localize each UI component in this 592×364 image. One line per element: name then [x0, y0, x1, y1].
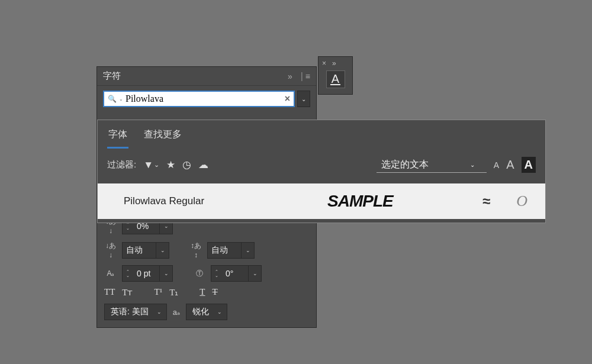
clear-search-icon[interactable]: × — [285, 94, 290, 104]
font-variant-indicator: O — [516, 192, 527, 210]
text-tool-icon: A — [330, 73, 340, 85]
chevron-down-icon: ⌄ — [470, 162, 475, 168]
tab-find-more[interactable]: 查找更多 — [143, 125, 183, 149]
baseline-pt-value[interactable]: 0 pt — [133, 269, 159, 278]
rotation-value[interactable]: 0° — [222, 269, 248, 278]
chevron-down-icon: ⌄ — [157, 309, 162, 315]
sample-size-large[interactable]: A — [522, 157, 536, 173]
tab-fonts[interactable]: 字体 — [107, 125, 128, 149]
search-filter-chevron-icon[interactable]: ⌄ — [119, 96, 123, 102]
sample-size-small[interactable]: A — [494, 160, 499, 170]
panel-header: 字符 » | ≡ — [97, 67, 316, 86]
font-search-input-wrapper[interactable]: 🔍 ⌄ × — [103, 91, 295, 107]
panel-collapse-icon[interactable]: » — [288, 72, 292, 81]
subscript-button[interactable]: T₁ — [169, 287, 178, 298]
kerning-stepper[interactable]: 自动 ⌄ — [122, 242, 169, 259]
sample-text-label: 选定的文本 — [381, 159, 429, 171]
rotation-stepper[interactable]: ⌃⌄ 0° ⌄ — [211, 265, 262, 282]
strikethrough-button[interactable]: T — [213, 287, 218, 298]
mini-panel: × » A — [318, 56, 353, 95]
text-tool-button[interactable]: A — [326, 70, 345, 88]
favorite-star-icon[interactable]: ★ — [166, 159, 175, 171]
sample-size-medium[interactable]: A — [506, 158, 514, 172]
font-result-name: Pilowlava Regular — [111, 195, 318, 207]
sample-text-select[interactable]: 选定的文本 ⌄ — [377, 157, 487, 173]
baseline-shift-icon: Aₐ — [104, 269, 117, 278]
allcaps-button[interactable]: TT — [104, 287, 115, 298]
rotation-icon: Ⓣ — [193, 269, 206, 279]
expand-icon[interactable]: » — [332, 59, 336, 67]
panel-title: 字符 — [103, 70, 288, 82]
filter-label: 过滤器: — [107, 159, 136, 170]
recent-clock-icon[interactable]: ◷ — [182, 159, 191, 171]
filter-funnel-icon[interactable]: ▼ — [143, 159, 159, 171]
font-dropdown-toggle[interactable]: ⌄ — [297, 91, 310, 107]
font-result-item[interactable]: Pilowlava Regular SAMPLE ≈ O — [98, 183, 545, 219]
font-search-input[interactable] — [126, 94, 282, 104]
search-icon: 🔍 — [108, 95, 117, 103]
smallcaps-button[interactable]: Tᴛ — [122, 287, 133, 298]
tracking-value[interactable]: 自动 — [208, 245, 241, 256]
font-similar-icon[interactable]: ≈ — [482, 193, 490, 210]
close-icon[interactable]: × — [322, 59, 326, 67]
language-select[interactable]: 英语: 美国 ⌄ — [104, 304, 167, 320]
cloud-sync-icon[interactable]: ☁ — [198, 159, 208, 171]
kerning-icon: ↓あ↓ — [104, 241, 117, 259]
baseline-pt-stepper[interactable]: ⌃⌄ 0 pt ⌄ — [122, 265, 173, 282]
chevron-down-icon: ⌄ — [301, 96, 306, 102]
kerning-value[interactable]: 自动 — [123, 245, 156, 256]
chevron-down-icon: ⌄ — [217, 309, 222, 315]
language-value: 英语: 美国 — [111, 307, 149, 317]
font-result-sample: SAMPLE — [327, 192, 473, 211]
tracking-stepper[interactable]: 自动 ⌄ — [207, 242, 255, 259]
underline-button[interactable]: T — [200, 287, 205, 298]
panel-menu-icon[interactable]: ≡ — [305, 72, 310, 81]
font-picker-dropdown: 字体 查找更多 过滤器: ▼ ★ ◷ ☁ 选定的文本 ⌄ A A A Pilow… — [97, 120, 546, 223]
antialias-select[interactable]: 锐化 ⌄ — [186, 304, 227, 320]
superscript-button[interactable]: T¹ — [155, 287, 163, 298]
antialias-icon: aₐ — [173, 308, 180, 317]
antialias-value: 锐化 — [192, 307, 209, 317]
tracking-icon: ↕あ↕ — [189, 241, 202, 259]
